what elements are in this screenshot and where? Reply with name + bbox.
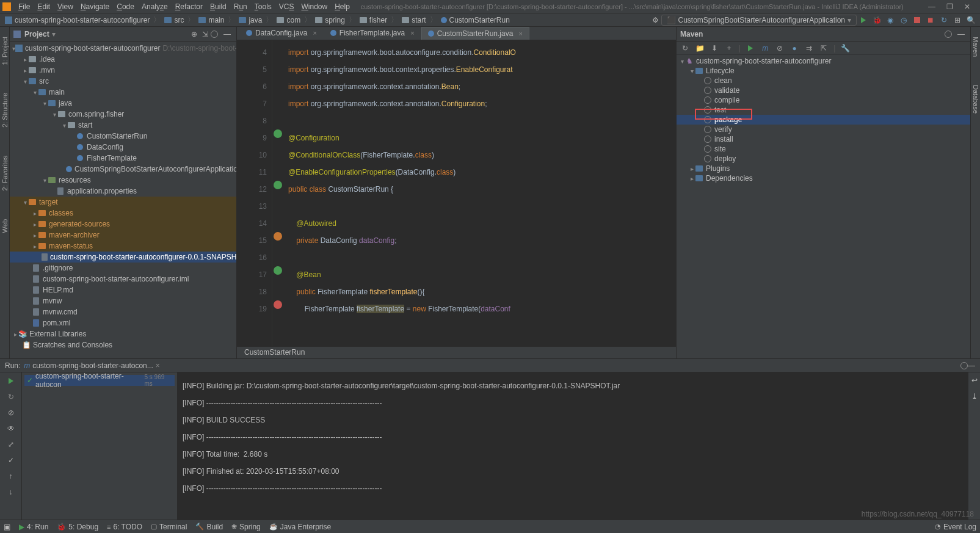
menu-build[interactable]: Build (206, 1, 230, 12)
run-hide-icon[interactable]: — (968, 361, 975, 370)
coverage-button[interactable]: ◉ (885, 15, 896, 26)
expand-icon[interactable]: ⤢ (6, 440, 16, 449)
settings-icon[interactable] (211, 31, 222, 38)
goal-test[interactable]: test (677, 105, 970, 115)
update-button[interactable]: ↻ (938, 15, 949, 26)
filter-icon[interactable]: 👁 (6, 424, 16, 433)
hammer-icon[interactable]: ⚙ (652, 16, 659, 24)
debug-button[interactable]: 🐞 (871, 15, 882, 26)
collapse-icon[interactable]: ⇲ (200, 30, 211, 38)
menu-analyze[interactable]: Analyze (138, 1, 172, 12)
goal-validate[interactable]: validate (677, 85, 970, 95)
structure-button[interactable]: ⊞ (952, 15, 963, 26)
tab-dataconfig[interactable]: DataConfig.java× (239, 26, 324, 40)
tab-java-enterprise[interactable]: ☕ Java Enterprise (269, 523, 331, 531)
attach-button[interactable]: ⏹ (925, 15, 936, 26)
console-output[interactable]: [INFO] Building jar: D:\custom-spring-bo… (178, 372, 968, 520)
maven-wrench-icon[interactable]: 🔧 (840, 43, 850, 53)
show-deps-icon[interactable]: ⇉ (804, 43, 814, 53)
rerun-icon[interactable] (6, 376, 16, 386)
execute-icon[interactable]: m (760, 43, 770, 53)
menu-code[interactable]: Code (113, 1, 138, 12)
bottom-toolstrip: ▣ ▶4: Run 🐞5: Debug ≡ 6: TODO ▢ Terminal… (0, 520, 980, 533)
menu-run[interactable]: Run (230, 1, 251, 12)
search-everywhere-icon[interactable]: 🔍 (965, 15, 976, 26)
tab-favorites[interactable]: 2: Favorites (1, 151, 9, 195)
add-icon[interactable]: ＋ (724, 43, 734, 53)
tab-spring[interactable]: ❀ Spring (231, 523, 261, 531)
soft-wrap-icon[interactable]: ↩ (971, 376, 978, 385)
menu-edit[interactable]: Edit (34, 1, 54, 12)
run-config-dropdown[interactable]: ⬛CustomSpringBootStarterAutoconfigurerAp… (661, 15, 857, 26)
tab-web[interactable]: Web (1, 214, 9, 237)
menu-file[interactable]: File (15, 1, 34, 12)
run-button[interactable] (858, 15, 869, 26)
run-goal-icon[interactable] (746, 43, 755, 53)
menu-refactor[interactable]: Refactor (172, 1, 206, 12)
skip-tests-icon[interactable]: ● (789, 43, 799, 53)
maven-settings-icon[interactable] (945, 31, 956, 38)
event-log[interactable]: ◔ Event Log (935, 523, 976, 531)
menu-tools[interactable]: Tools (251, 1, 275, 12)
tab-terminal[interactable]: ▢ Terminal (151, 523, 187, 531)
collapse-all-icon[interactable]: ⇱ (819, 43, 829, 53)
menu-help[interactable]: Help (331, 1, 354, 12)
menu-view[interactable]: View (54, 1, 77, 12)
scroll-to-end-icon[interactable]: ⤓ (971, 392, 978, 401)
breadcrumb[interactable]: custom-spring-boot-starter-autoconfigure… (2, 15, 512, 25)
menubar: File Edit View Navigate Code Analyze Ref… (0, 0, 980, 13)
bean-icon (274, 266, 282, 275)
project-tree[interactable]: ▾custom-spring-boot-starter-autoconfigur… (10, 42, 236, 358)
select-open-file-icon[interactable]: ⊕ (189, 30, 200, 38)
stop-run-icon[interactable]: ↻ (6, 392, 16, 402)
scroll-down-icon[interactable]: ↓ (6, 487, 16, 497)
tab-customstarterrun[interactable]: CustomStarterRun.java× (421, 27, 529, 40)
tab-build[interactable]: 🔨 Build (195, 523, 223, 531)
maven-tree[interactable]: ▾♞custom-spring-boot-starter-autoconfigu… (677, 55, 970, 358)
menu-navigate[interactable]: Navigate (77, 1, 113, 12)
code-text[interactable]: import org.springframework.boot.autoconf… (285, 40, 676, 346)
tab-maven[interactable]: Maven (971, 32, 980, 62)
download-icon[interactable]: ⬇ (710, 43, 719, 53)
run-settings-icon[interactable] (960, 362, 968, 369)
goal-install[interactable]: install (677, 134, 970, 144)
tab-project[interactable]: 1: Project (1, 32, 9, 70)
scroll-icon[interactable]: ↑ (6, 471, 16, 481)
project-icon (13, 31, 21, 38)
menu-window[interactable]: Window (297, 1, 331, 12)
goal-compile[interactable]: compile (677, 95, 970, 105)
close-icon[interactable]: ✕ (964, 2, 970, 11)
editor-crumbbar[interactable]: CustomStarterRun (237, 346, 676, 358)
stop-button[interactable] (912, 15, 923, 26)
goal-deploy[interactable]: deploy (677, 154, 970, 164)
tab-structure[interactable]: 2: Structure (1, 88, 9, 132)
goal-verify[interactable]: verify (677, 125, 970, 134)
maven-hide-icon[interactable]: — (956, 30, 967, 38)
app-logo (2, 2, 11, 11)
goal-site[interactable]: site (677, 144, 970, 154)
goal-clean[interactable]: clean (677, 76, 970, 85)
more-icon[interactable]: ✓ (6, 455, 16, 465)
code-editor[interactable]: 4 5 6 7 8 9 10 11 12 13 14 15 16 17 18 1… (237, 40, 676, 346)
left-sidebar-tabs: 1: Project 2: Structure 2: Favorites Web (0, 27, 10, 358)
goal-package[interactable]: package (677, 115, 970, 125)
run-tab[interactable]: custom-spring-boot-starter-autocon... (32, 361, 153, 370)
run-panel: Run: m custom-spring-boot-starter-autoco… (0, 358, 980, 520)
tab-fishertemplate[interactable]: FisherTemplate.java× (324, 26, 421, 40)
profile-button[interactable]: ◷ (898, 15, 909, 26)
toggle-offline-icon[interactable]: ⊘ (775, 43, 785, 53)
maximize-icon[interactable]: ❐ (946, 2, 953, 11)
maven-panel: Maven — ↻ 📁 ⬇ ＋ | m ⊘ ● ⇉ ⇱ | 🔧 ▾♞custom… (676, 27, 970, 358)
pin-icon[interactable]: ⊘ (6, 408, 16, 418)
tab-run-tool[interactable]: ▶4: Run (19, 523, 48, 531)
generate-sources-icon[interactable]: 📁 (695, 43, 705, 53)
reimport-icon[interactable]: ↻ (680, 43, 690, 53)
tab-database[interactable]: Database (971, 80, 980, 118)
minimize-icon[interactable]: — (928, 2, 935, 11)
run-tree[interactable]: ✓custom-spring-boot-starter-autocon5 s 9… (22, 372, 178, 520)
tab-debug-tool[interactable]: 🐞5: Debug (57, 523, 98, 531)
tw-toggle-icon[interactable]: ▣ (4, 523, 10, 531)
hide-icon[interactable]: — (222, 30, 233, 38)
tab-todo[interactable]: ≡ 6: TODO (107, 523, 142, 531)
menu-vcs[interactable]: VCS (275, 1, 298, 12)
